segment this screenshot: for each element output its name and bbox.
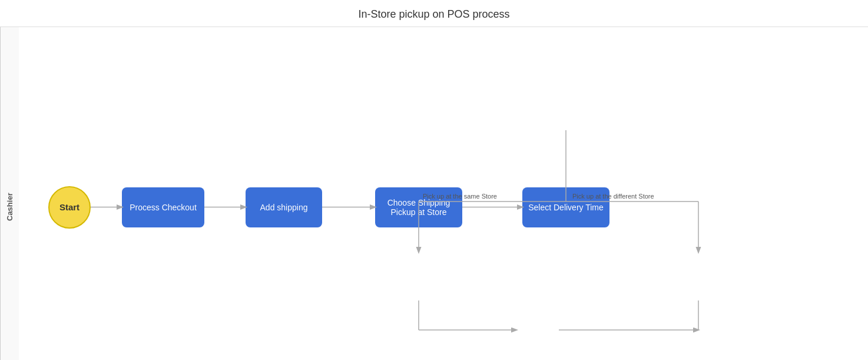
- cashier-lane: Cashier Start Process Checkout Add shipp…: [0, 27, 868, 360]
- swim-lanes: Cashier Start Process Checkout Add shipp…: [0, 27, 868, 360]
- diagram-container: In-Store pickup on POS process Cashier S…: [0, 0, 868, 360]
- add-shipping-node: Add shipping: [246, 187, 322, 227]
- select-delivery-node: Select Delivery Time: [522, 187, 609, 227]
- diagram-title: In-Store pickup on POS process: [0, 0, 868, 27]
- process-checkout-node: Process Checkout: [122, 187, 204, 227]
- cashier-label: Cashier: [0, 27, 19, 360]
- cashier-content: Start Process Checkout Add shipping Choo…: [19, 27, 868, 360]
- choose-shipping-node: Choose Shipping Pickup at Store: [375, 187, 462, 227]
- start-node: Start: [48, 186, 91, 229]
